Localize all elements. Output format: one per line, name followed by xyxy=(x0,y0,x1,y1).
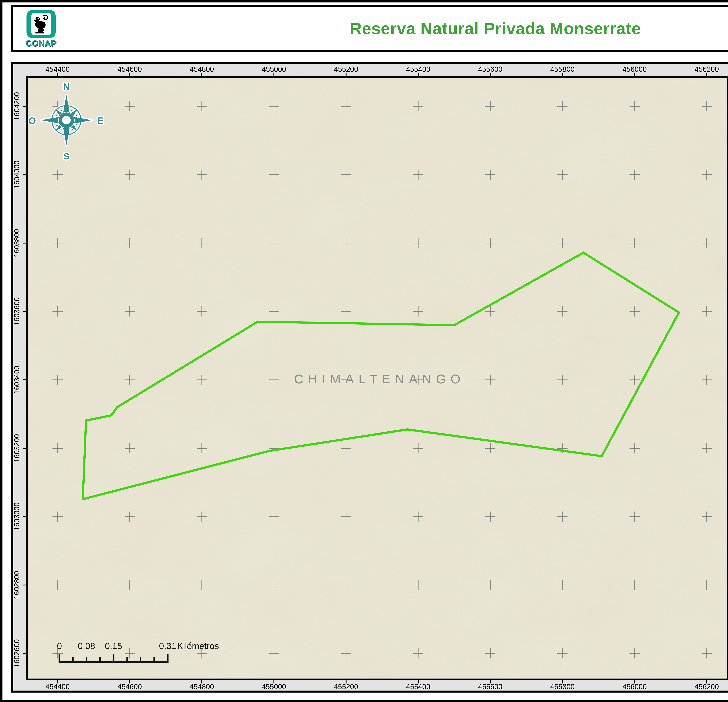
page-title: Reserva Natural Privada Monserrate xyxy=(350,19,641,38)
x-axis-label: 455600 xyxy=(478,65,503,74)
x-axis-label: 454400 xyxy=(45,65,70,74)
y-axis-label: 1603400 xyxy=(13,366,21,394)
scale-bar-unit: Kilómetros xyxy=(177,641,219,651)
compass-o: O xyxy=(29,115,36,126)
y-axis-label: 1603800 xyxy=(13,229,21,257)
scale-bar-tick xyxy=(86,657,87,663)
scale-bar-label: 0.15 xyxy=(105,641,122,651)
scale-bar-tick xyxy=(140,657,141,663)
scale-bar-tick xyxy=(100,657,101,663)
department-label: CHIMALTENANGO xyxy=(294,372,465,386)
conap-monkey-icon xyxy=(31,13,51,35)
conap-logo: CONAP xyxy=(21,10,61,49)
scale-bar-tick xyxy=(127,657,128,663)
map-sheet: CONAP Reserva Natural Privada Monserrate… xyxy=(0,0,728,702)
main-map-canvas: 4544004544004546004546004548004548004550… xyxy=(12,62,728,693)
y-axis-label: 1602800 xyxy=(13,571,21,599)
y-axis-label: 1602600 xyxy=(13,639,21,667)
sheet-scaler: CONAP Reserva Natural Privada Monserrate… xyxy=(0,0,728,702)
x-axis-label: 455000 xyxy=(262,682,286,690)
x-axis-label: 455200 xyxy=(334,65,358,74)
x-axis-label: 456000 xyxy=(623,65,647,74)
conap-badge xyxy=(26,10,56,38)
scale-bar-tick xyxy=(113,654,114,663)
x-axis-label: 455400 xyxy=(406,65,430,74)
x-axis-label: 456200 xyxy=(695,682,719,690)
x-axis-label: 456000 xyxy=(623,682,647,690)
compass-hub xyxy=(61,114,72,126)
compass-e: E xyxy=(97,115,104,126)
y-axis-label: 1604200 xyxy=(13,92,21,121)
x-axis-label: 454600 xyxy=(117,682,142,690)
x-axis-label: 455400 xyxy=(406,682,430,690)
scale-bar-label: 0 xyxy=(57,641,62,651)
scale-bar-tick xyxy=(167,654,169,663)
y-axis-label: 1603200 xyxy=(13,434,21,463)
x-axis-label: 454400 xyxy=(45,682,70,690)
scale-bar-tick xyxy=(153,657,155,663)
x-axis-label: 454800 xyxy=(190,65,214,74)
y-axis-label: 1603600 xyxy=(13,297,21,326)
x-axis-label: 455600 xyxy=(478,682,503,690)
scale-bar-tick xyxy=(72,657,74,663)
y-axis-label: 1603000 xyxy=(13,502,21,531)
x-axis-label: 455800 xyxy=(550,682,575,690)
x-axis-label: 454800 xyxy=(190,682,214,690)
scale-bar-tick xyxy=(59,654,60,663)
x-axis-label: 455800 xyxy=(550,65,575,74)
x-axis-label: 455200 xyxy=(334,682,358,690)
x-axis-label: 456200 xyxy=(695,65,719,74)
compass-s: S xyxy=(64,151,69,161)
header: CONAP Reserva Natural Privada Monserrate xyxy=(12,5,728,52)
x-axis-label: 455000 xyxy=(262,65,286,74)
conap-logo-text: CONAP xyxy=(21,39,61,48)
scale-bar-label: 0.08 xyxy=(78,641,95,651)
y-axis-label: 1604000 xyxy=(13,160,21,189)
x-axis-label: 454600 xyxy=(117,65,142,74)
scale-bar-label: 0.31 xyxy=(159,641,176,651)
main-map: 4544004544004546004546004548004548004550… xyxy=(12,62,728,693)
compass-n: N xyxy=(63,81,70,92)
